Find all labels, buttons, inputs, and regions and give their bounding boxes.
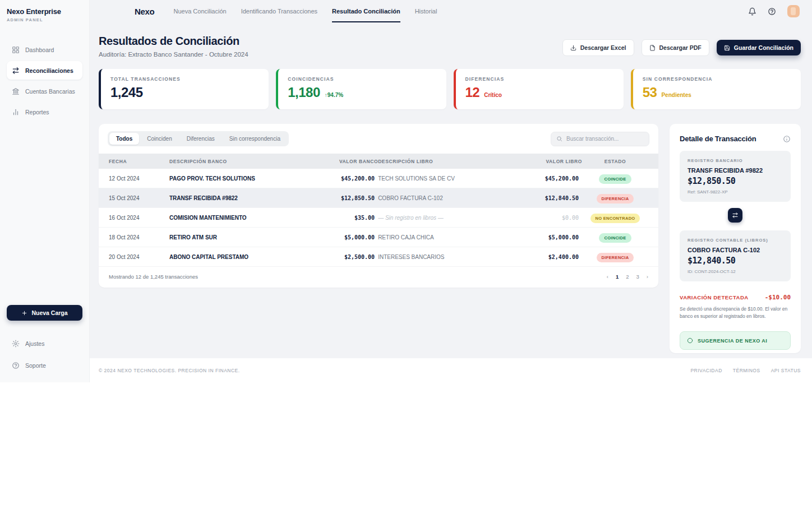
book-record-amount: $12,840.50 (688, 256, 783, 266)
sidebar-nav: DashboardReconciliacionesCuentas Bancari… (7, 40, 82, 121)
download-pdf-button[interactable]: Descargar PDF (642, 39, 709, 56)
stat-label: SIN CORRESPONDENCIA (643, 76, 791, 82)
cell-fecha: 15 Oct 2024 (109, 195, 169, 201)
stat-card-total-transacciones: TOTAL TRANSACCIONES1,245 (99, 69, 269, 109)
cell-descripcion-banco: TRANSF RECIBIDA #9822 (169, 195, 311, 201)
search-input[interactable] (566, 136, 644, 142)
footer-links: PRIVACIDADTÉRMINOSAPI STATUS (690, 368, 801, 373)
table-row[interactable]: 16 Oct 2024COMISION MANTENIMIENTO$35.00—… (99, 208, 658, 228)
nav-link-historial[interactable]: Historial (415, 0, 437, 22)
table-body: 12 Oct 2024PAGO PROV. TECH SOLUTIONS$45,… (99, 169, 658, 267)
download-excel-button[interactable]: Descargar Excel (562, 39, 634, 56)
cell-estado: COINCIDE (582, 173, 648, 184)
cell-descripcion-banco: PAGO PROV. TECH SOLUTIONS (169, 175, 311, 182)
avatar[interactable] (787, 5, 800, 17)
next-page-button[interactable]: › (647, 274, 648, 280)
help-icon (12, 362, 20, 369)
cell-descripcion-banco: ABONO CAPITAL PRESTAMO (169, 254, 311, 260)
table-footer: Mostrando 12 de 1,245 transacciones ‹123… (99, 267, 658, 288)
cell-valor-libro: $45,200.00 (510, 175, 582, 182)
table-row[interactable]: 12 Oct 2024PAGO PROV. TECH SOLUTIONS$45,… (99, 169, 658, 188)
gear-icon (12, 340, 20, 348)
brand-subtitle: ADMIN PANEL (7, 17, 82, 22)
footer-link-términos[interactable]: TÉRMINOS (733, 368, 760, 373)
stat-sub: Pendientes (661, 92, 691, 98)
page-header: Resultados de Conciliación Auditoría: Ex… (90, 22, 812, 58)
tab-todos[interactable]: Todos (109, 133, 139, 145)
sidebar-item-reconciliaciones[interactable]: Reconciliaciones (7, 61, 82, 80)
new-upload-button[interactable]: Nueva Carga (7, 305, 82, 321)
cell-estado: NO ENCONTRADO (582, 212, 648, 223)
footer-link-api-status[interactable]: API STATUS (771, 368, 801, 373)
sidebar-item-reportes[interactable]: Reportes (7, 103, 82, 121)
status-badge: NO ENCONTRADO (590, 214, 640, 223)
prev-page-button[interactable]: ‹ (607, 274, 608, 280)
page-button-3[interactable]: 3 (636, 274, 639, 280)
sidebar-item-dashboard[interactable]: Dashboard (7, 40, 82, 59)
file-icon (649, 45, 656, 51)
filter-tabs: TodosCoincidenDiferenciasSin corresponde… (108, 131, 289, 146)
info-icon[interactable] (783, 135, 791, 143)
table-row[interactable]: 20 Oct 2024ABONO CAPITAL PRESTAMO$2,500.… (99, 247, 658, 267)
detail-header: Detalle de Transacción (680, 135, 791, 143)
download-excel-label: Descargar Excel (580, 44, 626, 51)
stat-card-diferencias: DIFERENCIAS12Crítico (454, 69, 624, 109)
download-pdf-label: Descargar PDF (659, 44, 702, 51)
page-button-2[interactable]: 2 (626, 274, 629, 280)
sidebar-item-label: Cuentas Bancarias (25, 88, 75, 95)
stat-card-sin-correspondencia: SIN CORRESPONDENCIA53Pendientes (631, 69, 801, 109)
status-badge: DIFERENCIA (597, 253, 634, 262)
footer-link-privacidad[interactable]: PRIVACIDAD (690, 368, 722, 373)
stat-value: 53 (643, 85, 657, 100)
nav-link-nueva-conciliación[interactable]: Nueva Conciliación (173, 0, 226, 22)
tab-diferencias[interactable]: Diferencias (180, 133, 222, 145)
plus-icon (21, 310, 27, 316)
cell-fecha: 16 Oct 2024 (109, 215, 169, 221)
cell-valor-libro: $5,000.00 (510, 234, 582, 240)
sidebar-item-cuentas-bancarias[interactable]: Cuentas Bancarias (7, 82, 82, 100)
cell-fecha: 18 Oct 2024 (109, 234, 169, 240)
sidebar-item-label: Ajustes (25, 340, 44, 347)
table-header-row: FECHADESCRIPCIÓN BANCOVALOR BANCODESCRIP… (99, 154, 658, 169)
help-icon[interactable] (768, 7, 776, 16)
column-header: DESCRIPCIÓN BANCO (169, 159, 311, 164)
cell-fecha: 12 Oct 2024 (109, 175, 169, 182)
download-icon (570, 45, 576, 51)
sidebar-item-ajustes[interactable]: Ajustes (7, 334, 82, 353)
cell-valor-libro: $12,840.50 (510, 195, 582, 201)
column-header: DESCRIPCIÓN LIBRO (378, 159, 510, 164)
nav-link-identificando-transacciones[interactable]: Identificando Transacciones (241, 0, 317, 22)
page-button-1[interactable]: 1 (616, 274, 619, 280)
table-row[interactable]: 18 Oct 2024RETIRO ATM SUR$5,000.00RETIRO… (99, 228, 658, 247)
nav-link-resultado-conciliación[interactable]: Resultado Conciliación (332, 0, 400, 22)
cell-descripcion-banco: COMISION MANTENIMIENTO (169, 215, 311, 221)
search-box[interactable] (551, 132, 649, 146)
sidebar: Nexo Enterprise ADMIN PANEL DashboardRec… (0, 0, 90, 382)
column-header: VALOR LIBRO (510, 159, 582, 164)
bank-record-amount: $12,850.50 (688, 176, 783, 186)
table-row[interactable]: 15 Oct 2024TRANSF RECIBIDA #9822$12,850.… (99, 188, 658, 208)
tab-sin-correspondencia[interactable]: Sin correspondencia (223, 133, 287, 145)
sidebar-item-soporte[interactable]: Soporte (7, 356, 82, 374)
stat-sub: ↑94.7% (325, 92, 343, 98)
brand-name: Nexo Enterprise (7, 7, 82, 16)
variance-amount: -$10.00 (765, 294, 791, 301)
chart-icon (12, 108, 20, 116)
sidebar-footer-nav: AjustesSoporte (7, 334, 82, 374)
cell-descripcion-banco: RETIRO ATM SUR (169, 234, 311, 240)
variance-section: VARIACIÓN DETECTADA -$10.00 Se detectó u… (680, 294, 791, 320)
sidebar-item-label: Dashboard (25, 47, 54, 53)
stat-value: 1,180 (288, 85, 320, 100)
topbar-actions (748, 5, 800, 17)
detail-title: Detalle de Transacción (680, 135, 756, 143)
swap-records-button[interactable] (728, 208, 742, 223)
ai-suggestion-button[interactable]: SUGERENCIA DE NEXO AI (680, 331, 791, 350)
bell-icon[interactable] (748, 7, 756, 16)
cell-valor-libro: $2,400.00 (510, 254, 582, 260)
copyright-text: © 2024 NEXO TECHNOLOGIES. PRECISION IN F… (99, 368, 240, 373)
save-reconciliation-button[interactable]: Guardar Conciliación (717, 40, 801, 55)
tab-coinciden[interactable]: Coinciden (140, 133, 178, 145)
bank-icon (12, 87, 20, 95)
status-badge: COINCIDE (599, 174, 631, 184)
swap-icon (12, 67, 20, 75)
